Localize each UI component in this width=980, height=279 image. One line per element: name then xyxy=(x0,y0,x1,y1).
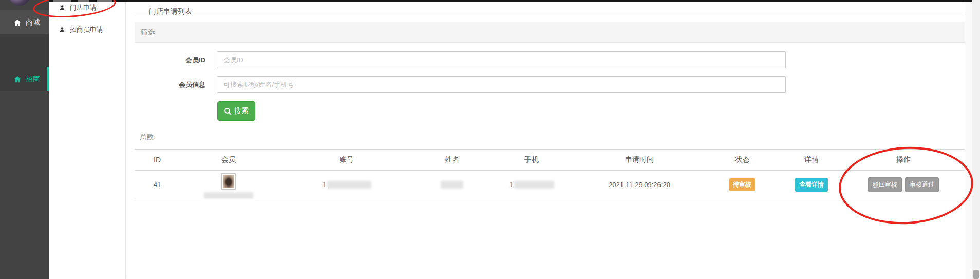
admin-screen: 商城 招商 门店申请 招商员申请 门店申请列表 筛选 会员ID 会员信 xyxy=(0,0,980,279)
sidebar-item-label: 商城 xyxy=(26,18,40,27)
approve-review-button[interactable]: 审核通过 xyxy=(905,177,939,192)
status-badge: 待审核 xyxy=(729,178,755,191)
member-avatar-image xyxy=(223,175,234,188)
column-header-account: 账号 xyxy=(277,150,416,170)
person-icon xyxy=(59,27,65,33)
column-header-id: ID xyxy=(135,150,180,170)
column-header-phone: 手机 xyxy=(488,150,575,170)
cell-account: 1 xyxy=(277,171,416,199)
redacted-member-nickname xyxy=(204,192,253,199)
total-count-label: 总数: xyxy=(140,133,156,142)
cell-member xyxy=(180,171,277,199)
member-id-label: 会员ID xyxy=(126,55,205,65)
sidebar-item-mall[interactable]: 商城 xyxy=(0,10,49,34)
clipped-text-fragment xyxy=(97,0,112,2)
sidebar-item-investment[interactable]: 招商 xyxy=(0,67,49,91)
sidebar-spacer xyxy=(0,34,49,67)
member-avatar[interactable] xyxy=(221,173,236,190)
filter-row-member-info: 会员信息 xyxy=(126,76,965,93)
cell-detail: 查看详情 xyxy=(781,171,842,199)
column-header-name: 姓名 xyxy=(416,150,488,170)
phone-prefix: 1 xyxy=(509,181,513,189)
page-title: 门店申请列表 xyxy=(149,7,192,16)
table-row: 41 1 1 2021-11-29 09:26:20 xyxy=(135,171,965,199)
search-button-label: 搜索 xyxy=(234,106,249,116)
submenu-item-store-apply[interactable]: 门店申请 xyxy=(49,1,126,15)
column-header-apply-time: 申请时间 xyxy=(575,150,704,170)
redacted-account xyxy=(327,181,371,189)
submenu-item-agent-apply[interactable]: 招商员申请 xyxy=(49,23,126,37)
clipped-text-fragment xyxy=(78,0,89,2)
scrollbar-thumb[interactable] xyxy=(973,270,979,279)
person-icon xyxy=(59,5,65,11)
main-content: 门店申请列表 筛选 会员ID 会员信息 搜索 总数: ID 会员 账号 xyxy=(126,2,965,279)
sidebar: 商城 招商 xyxy=(0,0,49,279)
redacted-name xyxy=(441,181,463,189)
column-header-member: 会员 xyxy=(180,150,277,170)
column-header-detail: 详情 xyxy=(781,150,842,170)
member-id-input[interactable] xyxy=(217,51,786,68)
column-header-actions: 操作 xyxy=(842,150,965,170)
cell-phone: 1 xyxy=(488,171,575,199)
clipped-top-bar xyxy=(0,0,972,2)
active-indicator xyxy=(47,67,49,91)
search-icon xyxy=(224,107,232,115)
user-avatar[interactable] xyxy=(9,0,30,6)
table-header-row: ID 会员 账号 姓名 手机 申请时间 状态 详情 操作 xyxy=(135,149,965,171)
search-button[interactable]: 搜索 xyxy=(217,101,255,121)
reject-review-button[interactable]: 驳回审核 xyxy=(868,177,902,192)
member-info-label: 会员信息 xyxy=(126,80,205,89)
content-right-gutter xyxy=(965,2,972,279)
divider xyxy=(135,16,965,16)
redacted-phone xyxy=(514,181,554,189)
cell-id: 41 xyxy=(135,171,180,199)
home-icon xyxy=(14,76,21,83)
clipped-text-fragment xyxy=(53,0,71,2)
vertical-scrollbar[interactable] xyxy=(972,0,980,279)
sidebar-item-label: 招商 xyxy=(26,75,40,84)
cell-actions: 驳回审核 审核通过 xyxy=(842,171,965,199)
cell-name xyxy=(416,171,488,199)
submenu-item-label: 招商员申请 xyxy=(70,25,103,34)
cell-apply-time: 2021-11-29 09:26:20 xyxy=(575,171,704,199)
cell-status: 待审核 xyxy=(704,171,781,199)
filter-section-header: 筛选 xyxy=(135,22,965,43)
home-icon xyxy=(14,19,21,26)
filter-title: 筛选 xyxy=(141,28,155,37)
member-info-input[interactable] xyxy=(217,76,786,93)
view-detail-button[interactable]: 查看详情 xyxy=(795,178,828,192)
submenu-item-label: 门店申请 xyxy=(70,3,97,12)
column-header-status: 状态 xyxy=(704,150,781,170)
applications-table: ID 会员 账号 姓名 手机 申请时间 状态 详情 操作 41 1 xyxy=(135,149,965,199)
submenu-panel: 门店申请 招商员申请 xyxy=(49,2,126,279)
account-prefix: 1 xyxy=(322,181,326,189)
filter-row-member-id: 会员ID xyxy=(126,51,965,68)
